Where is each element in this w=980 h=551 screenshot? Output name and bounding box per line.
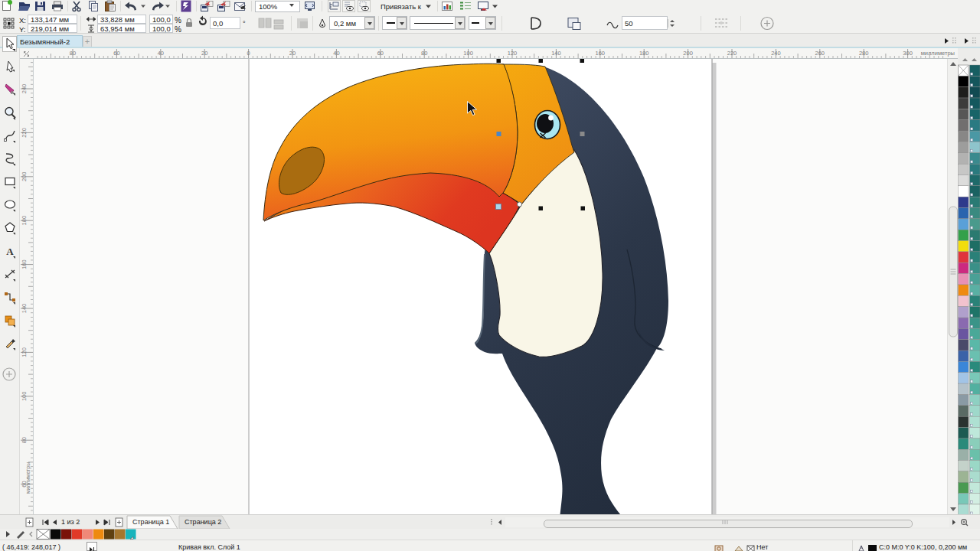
svg-text:160: 160 [596, 50, 606, 57]
svg-text:0: 0 [247, 50, 250, 57]
svg-text:240: 240 [771, 50, 781, 57]
svg-text:140: 140 [551, 50, 561, 57]
svg-text:180: 180 [639, 50, 649, 57]
svg-text:60: 60 [377, 50, 384, 57]
svg-text:200: 200 [683, 50, 693, 57]
svg-text:280: 280 [859, 50, 869, 57]
svg-text:80: 80 [21, 437, 28, 443]
svg-text:80: 80 [421, 50, 427, 57]
svg-text:%: % [175, 16, 181, 24]
svg-text:100: 100 [21, 392, 28, 402]
svg-text:60: 60 [113, 50, 119, 57]
svg-text:A: A [6, 246, 14, 257]
svg-text:20: 20 [289, 50, 296, 57]
svg-text:140: 140 [21, 304, 28, 314]
svg-text:260: 260 [815, 50, 825, 57]
svg-text:120: 120 [508, 50, 518, 57]
svg-text:20: 20 [201, 50, 207, 57]
svg-text:180: 180 [21, 216, 28, 226]
svg-text:200: 200 [21, 172, 28, 182]
svg-text:240: 240 [21, 84, 28, 94]
svg-text:40: 40 [333, 50, 339, 57]
svg-text:40: 40 [158, 50, 164, 57]
svg-text:220: 220 [21, 128, 28, 138]
svg-text:120: 120 [21, 347, 28, 357]
svg-text:160: 160 [21, 259, 28, 269]
svg-text:%: % [175, 25, 181, 34]
svg-text:80: 80 [70, 50, 76, 57]
svg-text:°: ° [243, 20, 246, 28]
svg-text:300: 300 [903, 50, 913, 57]
svg-text:100: 100 [463, 50, 473, 57]
svg-text:220: 220 [727, 50, 737, 57]
